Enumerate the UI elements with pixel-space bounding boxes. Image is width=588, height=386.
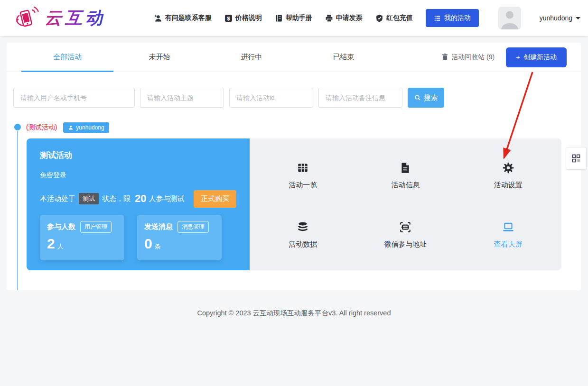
stat-unit: 人 [57,242,64,251]
brand-logo[interactable]: 云互动 [13,5,106,31]
stat-value: 2 [47,236,55,252]
tab-not-started[interactable]: 未开始 [113,43,205,72]
hand-phone-logo-icon [13,5,41,31]
header-nav: 有问题联系客服 $ 价格说明 帮助手册 申请发票 红包充值 [154,7,580,29]
activity-card: 测试活动 免密登录 本活动处于 测试 状态，限 20 人参与测试 正式购买 参与… [27,138,561,270]
timeline-line [17,131,18,290]
nav-help-manual[interactable]: 帮助手册 [275,14,312,22]
nav-pricing[interactable]: $ 价格说明 [224,14,262,22]
printer-icon [325,14,333,22]
chevron-down-icon [576,17,580,19]
search-button[interactable]: 搜索 [408,88,444,108]
activity-stats-row: 参与人数 用户管理 2 人 发送消息 消息管理 [40,215,236,260]
activity-subtitle: 免密登录 [40,171,236,180]
search-filter-bar: 搜索 [13,88,581,108]
action-activity-settings[interactable]: 活动设置 [457,145,560,204]
action-activity-overview[interactable]: 活动一览 [252,145,354,204]
dollar-icon: $ [224,14,233,22]
status-badge: 测试 [79,193,99,204]
app-header: 云互动 有问题联系客服 $ 价格说明 帮助手册 申请发票 [0,0,588,36]
create-activity-button[interactable]: + 创建新活动 [506,47,567,67]
grid-list-toggle-icon [571,154,581,163]
user-avatar[interactable] [498,7,521,29]
create-activity-label: 创建新活动 [523,53,557,62]
grid-icon [297,160,309,174]
my-activities-label: 我的活动 [444,14,471,22]
activity-list-item: (测试活动) yunhudong 测试活动 免密登录 本活动处于 测试 状态，限… [7,122,581,290]
nav-label: 申请发票 [336,14,363,22]
participants-stat-box[interactable]: 参与人数 用户管理 2 人 [40,215,124,260]
my-activities-button[interactable]: 我的活动 [426,9,479,27]
activity-note-input[interactable] [318,88,402,108]
plus-icon: + [516,53,520,61]
action-view-big-screen[interactable]: 查看大屏 [457,204,560,264]
action-label: 活动信息 [391,181,420,190]
action-label: 微信参与地址 [384,240,427,249]
status-limit-number: 20 [135,193,146,205]
activity-owner-badge[interactable]: yunhudong [63,122,109,133]
nav-redpacket-recharge[interactable]: 红包充值 [375,14,413,22]
shield-check-icon [375,14,383,22]
document-icon [399,160,411,174]
activity-summary-panel: 测试活动 免密登录 本活动处于 测试 状态，限 20 人参与测试 正式购买 参与… [27,138,250,270]
person-icon [68,125,74,130]
qr-scan-icon [399,219,411,233]
status-suffix: 人参与测试 [149,194,184,203]
tab-in-progress[interactable]: 进行中 [205,43,298,72]
activity-type-tag: (测试活动) [26,123,57,132]
book-icon [275,14,283,22]
database-icon [297,219,309,233]
action-wechat-join-address[interactable]: 微信参与地址 [354,204,457,264]
trash-icon [441,53,448,62]
username: yunhudong [540,14,572,22]
activity-actions-grid: 活动一览 活动信息 活动设置 [250,138,561,270]
main-panel: 全部活动 未开始 进行中 已结束 活动回收站 (9) + 创建新活动 搜索 [7,43,581,290]
stat-value: 0 [144,236,152,252]
action-label: 活动数据 [289,240,317,249]
stat-label: 发送消息 [144,222,173,231]
activity-id-input[interactable] [229,88,313,108]
message-management-badge[interactable]: 消息管理 [177,221,209,233]
stat-label: 参与人数 [47,222,75,231]
action-label: 活动设置 [494,181,523,190]
action-activity-info[interactable]: 活动信息 [354,145,457,204]
brand-name: 云互动 [45,7,106,30]
official-purchase-button[interactable]: 正式购买 [194,190,236,208]
status-mid: 状态，限 [102,194,131,203]
stat-unit: 条 [155,242,161,251]
nav-label: 有问题联系客服 [165,14,212,22]
activity-status-row: 本活动处于 测试 状态，限 20 人参与测试 正式购买 [40,190,236,207]
action-activity-data[interactable]: 活动数据 [252,204,354,264]
tab-all-activities[interactable]: 全部活动 [21,43,113,72]
search-button-label: 搜索 [424,93,438,102]
list-icon [434,15,441,22]
nav-label: 帮助手册 [286,14,312,22]
person-plus-icon [154,14,162,22]
tab-ended[interactable]: 已结束 [298,43,390,72]
timeline-dot [14,124,21,130]
nav-label: 价格说明 [235,14,262,22]
user-management-badge[interactable]: 用户管理 [80,221,112,233]
user-menu[interactable]: yunhudong [540,14,580,22]
status-prefix: 本活动处于 [40,194,75,203]
messages-stat-box[interactable]: 发送消息 消息管理 0 条 [137,215,222,260]
screen-icon [502,219,514,233]
nav-contact-support[interactable]: 有问题联系客服 [154,14,212,22]
username-phone-input[interactable] [13,88,135,108]
nav-label: 红包充值 [386,14,413,22]
nav-request-invoice[interactable]: 申请发票 [325,14,363,22]
recycle-bin-label: 活动回收站 (9) [451,53,495,62]
activity-owner-name: yunhudong [76,124,104,131]
footer-copyright: Copyright © 2023 云互动现场互动服务平台v3. All righ… [0,309,588,318]
view-mode-toggle[interactable] [566,147,587,170]
activity-topic-input[interactable] [140,88,224,108]
recycle-bin-link[interactable]: 活动回收站 (9) [441,53,495,62]
activity-tabs: 全部活动 未开始 进行中 已结束 活动回收站 (9) + 创建新活动 [7,43,581,72]
action-label: 活动一览 [289,181,317,190]
activity-row-head: (测试活动) yunhudong [26,122,581,133]
search-icon [414,94,421,101]
action-label: 查看大屏 [494,240,523,249]
activity-title: 测试活动 [40,150,236,161]
svg-text:$: $ [227,15,230,21]
gear-icon [502,160,514,174]
